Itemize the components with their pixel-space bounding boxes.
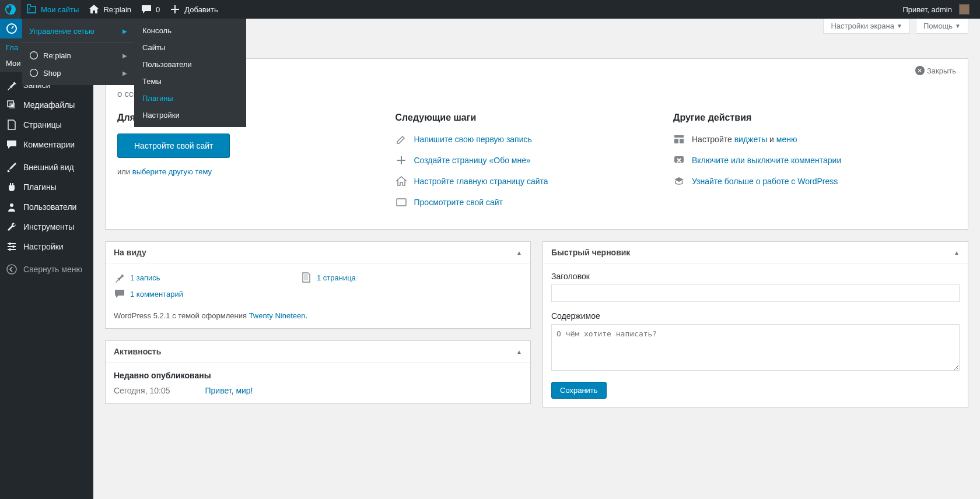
write-first-post-link[interactable]: Напишите свою первую запись	[414, 135, 532, 144]
flyout-settings[interactable]: Настройки	[134, 107, 246, 124]
activity-post-link[interactable]: Привет, мир!	[205, 386, 253, 395]
activity-box: Активность▲ Недавно опубликованы Сегодня…	[105, 340, 531, 404]
my-sites-flyout: Управление сетью▶ Re:plain▶ Shop▶	[22, 19, 134, 85]
customize-site-button[interactable]: Настройте свой сайт	[117, 133, 230, 158]
menus-link[interactable]: меню	[776, 135, 797, 144]
activity-time: Сегодня, 10:05	[114, 386, 170, 395]
svg-point-2	[10, 203, 13, 207]
quick-draft-box: Быстрый черновик▲ Заголовок Содержимое С…	[542, 241, 968, 407]
flyout-site-replain[interactable]: Re:plain▶	[22, 47, 134, 64]
svg-point-6	[7, 265, 16, 274]
view-site-link[interactable]: Просмотрите свой сайт	[414, 198, 503, 207]
menu-users[interactable]: Пользователи	[0, 197, 93, 217]
user-icon	[6, 201, 18, 213]
toggle-comments-link[interactable]: Включите или выключите комментарии	[692, 156, 841, 165]
widgets-link[interactable]: виджеты	[734, 135, 768, 144]
menu-label: Настройки	[23, 242, 64, 251]
chevron-right-icon: ▶	[123, 70, 127, 76]
admin-sidebar: Консоль Гла Мои Записи Медиафайлы Страни…	[0, 19, 93, 499]
menu-label: Инструменты	[23, 222, 74, 231]
svg-rect-10	[674, 135, 684, 138]
menu-settings[interactable]: Настройки	[0, 237, 93, 256]
wordpress-icon	[29, 68, 38, 78]
change-theme-link[interactable]: выберите другую тему	[132, 167, 212, 176]
at-a-glance-box: На виду▲ 1 запись 1 страница 1 комментар…	[105, 241, 531, 329]
page-icon	[300, 272, 312, 283]
draft-title-label: Заголовок	[551, 272, 960, 281]
flyout-users[interactable]: Пользователи	[134, 56, 246, 73]
learn-more-link[interactable]: Узнайте больше о работе с WordPress	[692, 177, 838, 186]
toggle-box[interactable]: ▲	[516, 349, 522, 355]
welcome-col2-title: Следующие шаги	[396, 113, 650, 123]
multisite-icon	[26, 3, 37, 15]
chevron-right-icon: ▶	[123, 28, 127, 34]
wp-version-line: WordPress 5.2.1 c темой оформления Twent…	[114, 311, 522, 320]
view-icon	[396, 196, 407, 208]
menu-media[interactable]: Медиафайлы	[0, 95, 93, 115]
comment-icon	[6, 139, 18, 150]
media-icon	[6, 99, 18, 111]
user-greeting[interactable]: Привет, admin	[898, 0, 974, 19]
menu-label: Плагины	[23, 182, 57, 192]
pin-icon	[114, 272, 125, 283]
flyout-themes[interactable]: Темы	[134, 73, 246, 90]
svg-point-1	[11, 104, 13, 107]
avatar	[959, 4, 970, 15]
toggle-box[interactable]: ▲	[954, 250, 960, 256]
setup-homepage-link[interactable]: Настройте главную страницу сайта	[414, 177, 548, 186]
menu-appearance[interactable]: Внешний вид	[0, 157, 93, 177]
flyout-plugins[interactable]: Плагины	[134, 90, 246, 107]
svg-point-4	[12, 245, 15, 248]
svg-point-5	[9, 248, 11, 251]
save-draft-button[interactable]: Сохранить	[551, 382, 607, 399]
write-icon	[396, 133, 407, 145]
page-icon	[6, 119, 18, 131]
triangle-down-icon: ▼	[897, 23, 902, 29]
svg-rect-13	[674, 156, 684, 163]
glance-posts[interactable]: 1 запись	[114, 272, 277, 283]
menu-label: Пользователи	[23, 202, 76, 212]
screen-options-tab[interactable]: Настройки экрана▼	[823, 19, 909, 34]
wrench-icon	[6, 221, 18, 233]
menu-label: Комментарии	[23, 140, 75, 149]
menu-label: Свернуть меню	[23, 265, 82, 274]
draft-title-input[interactable]	[551, 284, 960, 302]
or-change-theme: или выберите другую тему	[117, 167, 372, 176]
welcome-col3-title: Другие действия	[673, 113, 956, 123]
my-sites[interactable]: Мои сайты	[21, 0, 83, 19]
menu-plugins[interactable]: Плагины	[0, 177, 93, 197]
flyout-console[interactable]: Консоль	[134, 22, 246, 39]
draft-content-textarea[interactable]	[551, 324, 960, 371]
flyout-network-admin[interactable]: Управление сетью▶	[22, 22, 134, 40]
menu-tools[interactable]: Инструменты	[0, 217, 93, 237]
pin-icon	[6, 79, 18, 91]
site-name[interactable]: Re:plain	[83, 0, 136, 19]
help-tab[interactable]: Помощь▼	[916, 19, 968, 34]
menu-comments[interactable]: Комментарии	[0, 135, 93, 154]
draft-content-label: Содержимое	[551, 311, 960, 321]
comments-bubble[interactable]: 0	[136, 0, 164, 19]
flyout-site-shop[interactable]: Shop▶	[22, 64, 134, 82]
site-name-label: Re:plain	[103, 5, 131, 14]
network-admin-flyout: Консоль Сайты Пользователи Темы Плагины …	[134, 19, 246, 127]
add-about-page-link[interactable]: Создайте страницу «Обо мне»	[414, 156, 531, 165]
activity-recent-title: Недавно опубликованы	[114, 371, 522, 380]
glance-comments[interactable]: 1 комментарий	[114, 288, 277, 300]
dashboard-icon	[6, 23, 18, 34]
menu-pages[interactable]: Страницы	[0, 115, 93, 135]
glance-pages[interactable]: 1 страница	[300, 272, 464, 283]
svg-rect-12	[680, 139, 684, 143]
setup-widgets-text: Настройте виджеты и меню	[692, 135, 797, 144]
flyout-sites[interactable]: Сайты	[134, 39, 246, 56]
wordpress-icon	[29, 51, 38, 60]
home-icon	[88, 3, 100, 15]
add-new[interactable]: Добавить	[164, 0, 222, 19]
wp-logo[interactable]	[0, 0, 21, 19]
svg-point-3	[9, 243, 11, 245]
menu-collapse[interactable]: Свернуть меню	[0, 259, 93, 279]
toggle-box[interactable]: ▲	[516, 250, 522, 256]
welcome-dismiss[interactable]: ✕Закрыть	[915, 66, 956, 75]
plus-icon	[396, 154, 407, 166]
theme-link[interactable]: Twenty Nineteen	[249, 311, 306, 320]
triangle-down-icon: ▼	[955, 23, 961, 29]
